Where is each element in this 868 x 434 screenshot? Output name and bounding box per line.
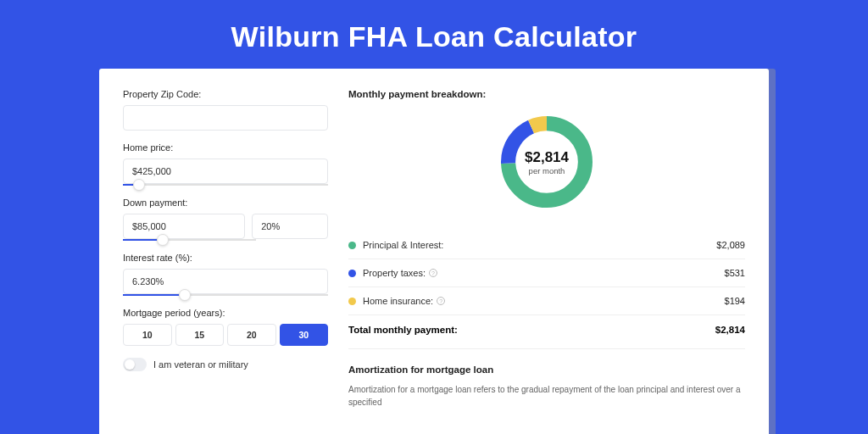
mortgage-period-field: Mortgage period (years): 10 15 20 30 [123, 308, 328, 346]
period-20-button[interactable]: 20 [227, 324, 276, 346]
period-15-button[interactable]: 15 [175, 324, 225, 346]
dot-icon [348, 270, 356, 277]
interest-rate-slider[interactable] [123, 294, 328, 296]
zip-input[interactable] [123, 105, 328, 131]
zip-field: Property Zip Code: [123, 89, 328, 131]
principal-interest-row: Principal & Interest: $2,089 [348, 231, 745, 259]
down-payment-slider[interactable] [123, 239, 256, 241]
payment-donut-chart: $2,814 per month [348, 111, 745, 213]
home-price-label: Home price: [123, 142, 328, 153]
down-payment-field: Down payment: [123, 198, 328, 241]
home-price-field: Home price: [123, 142, 328, 186]
donut-sublabel: per month [529, 166, 565, 175]
interest-rate-label: Interest rate (%): [123, 253, 328, 263]
veteran-row: I am veteran or military [123, 358, 328, 371]
amortization-text: Amortization for a mortgage loan refers … [348, 383, 745, 409]
donut-value: $2,814 [525, 149, 569, 166]
dot-icon [348, 242, 356, 249]
principal-interest-label: Principal & Interest: [363, 240, 443, 250]
breakdown-title: Monthly payment breakdown: [348, 89, 745, 99]
down-payment-input[interactable] [123, 214, 245, 239]
total-value: $2,814 [715, 325, 745, 335]
period-30-button[interactable]: 30 [280, 324, 329, 346]
breakdown-panel: Monthly payment breakdown: $2,814 per mo… [348, 89, 745, 434]
page-title: Wilburn FHA Loan Calculator [0, 0, 868, 69]
veteran-label: I am veteran or military [153, 359, 248, 370]
dot-icon [348, 298, 356, 305]
principal-interest-value: $2,089 [716, 240, 745, 250]
mortgage-period-options: 10 15 20 30 [123, 324, 328, 346]
home-insurance-row: Home insurance: ? $194 [348, 287, 745, 315]
home-price-slider[interactable] [123, 184, 328, 186]
slider-thumb-icon[interactable] [179, 289, 191, 301]
total-row: Total monthly payment: $2,814 [348, 315, 745, 349]
interest-rate-field: Interest rate (%): [123, 253, 328, 296]
property-taxes-label: Property taxes: [363, 268, 426, 278]
period-10-button[interactable]: 10 [123, 324, 172, 346]
toggle-knob-icon [125, 359, 135, 370]
home-insurance-value: $194 [725, 296, 745, 306]
slider-thumb-icon[interactable] [157, 234, 169, 246]
total-label: Total monthly payment: [348, 325, 458, 335]
property-taxes-row: Property taxes: ? $531 [348, 259, 745, 287]
veteran-toggle[interactable] [123, 358, 147, 371]
down-payment-label: Down payment: [123, 198, 328, 208]
amortization-title: Amortization for mortgage loan [348, 364, 745, 375]
home-insurance-label: Home insurance: [363, 296, 433, 306]
mortgage-period-label: Mortgage period (years): [123, 308, 328, 318]
down-payment-pct-input[interactable] [252, 214, 328, 239]
property-taxes-value: $531 [725, 268, 745, 278]
zip-label: Property Zip Code: [123, 89, 328, 99]
form-panel: Property Zip Code: Home price: Down paym… [123, 89, 328, 434]
slider-thumb-icon[interactable] [133, 179, 145, 191]
calculator-card: Property Zip Code: Home price: Down paym… [99, 69, 769, 434]
home-price-input[interactable] [123, 159, 328, 184]
info-icon[interactable]: ? [429, 269, 437, 277]
info-icon[interactable]: ? [437, 297, 445, 305]
interest-rate-input[interactable] [123, 269, 328, 294]
